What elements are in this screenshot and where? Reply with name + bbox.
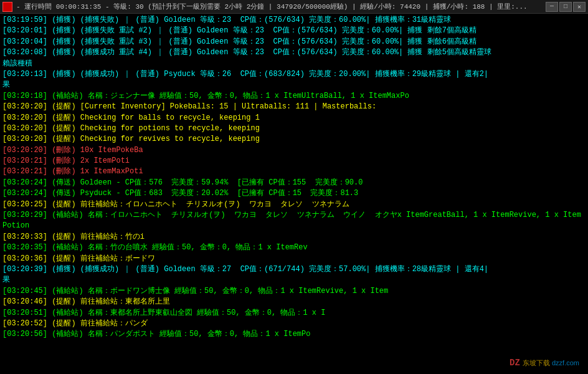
log-line: [03:20:36] (提醒) 前往補給站：ボードワ: [2, 254, 586, 264]
watermark: DZ 东坡下载 dzzf.com: [506, 357, 583, 369]
log-line: [03:20:20] (提醒) [Current Inventory] Poke…: [2, 102, 586, 112]
log-line: 賴該種積: [2, 59, 586, 69]
log-line: [03:20:20] (提醒) Checking for revives to …: [2, 134, 586, 145]
log-line: [03:20:20] (提醒) Checking for balls to re…: [2, 113, 586, 123]
log-line: [03:20:46] (提醒) 前往補給站：東都名所上里: [2, 297, 586, 307]
log-line: [03:20:13] (捕獲) (捕獲成功) ｜ (普通) Psyduck 等級…: [2, 69, 586, 80]
log-line: [03:19:59] (捕獲) (捕獲失敗) ｜ (普通) Goldeen 等級…: [2, 15, 586, 26]
maximize-button[interactable]: □: [559, 2, 572, 12]
log-line: [03:20:25] (提醒) 前往補給站：イロハニホヘト チリヌルオ(ヲ) ワ…: [2, 199, 586, 210]
log-line: [03:20:24] (傳送) Psyduck - CP值：683 完美度：20…: [2, 188, 586, 199]
watermark-site: 东坡下载: [523, 358, 550, 368]
watermark-logo: DZ: [510, 358, 520, 368]
log-line: [03:20:20] (刪除) 10x ItemPokeBa: [2, 145, 586, 156]
main-window: - 運行時間 00:00:31:35 - 等級: 30 (預計升到下一級別需要 …: [0, 0, 588, 374]
log-line: [03:20:39] (捕獲) (捕獲成功) ｜ (普通) Goldeen 等級…: [2, 264, 586, 275]
log-line: [03:20:29] (補給站) 名稱：イロハニホヘト チリヌルオ(ヲ) ワカヨ…: [2, 210, 586, 232]
log-line: [03:20:21] (刪除) 2x ItemPoti: [2, 156, 586, 166]
log-line: [03:20:52] (提醒) 前往補給站：パンダ: [2, 319, 586, 329]
log-line: [03:20:18] (補給站) 名稱：ジェンナー像 經驗值：50, 金幣：0,…: [2, 91, 586, 102]
log-line: [03:20:20] (提醒) Checking for potions to …: [2, 123, 586, 134]
log-line: [03:20:51] (補給站) 名稱：東都名所上野東叡山全図 經驗值：50, …: [2, 308, 586, 319]
log-line: [03:20:01] (捕獲) (捕獲失敗 重試 #2) ｜ (普通) Gold…: [2, 26, 586, 36]
log-line: [03:20:08] (捕獲) (捕獲成功 重試 #4) ｜ (普通) Gold…: [2, 47, 586, 58]
app-icon: [2, 2, 12, 12]
log-line: [03:20:45] (補給站) 名稱：ボードワン博士像 經驗值：50, 金幣：…: [2, 286, 586, 297]
log-line: [03:20:56] (補給站) 名稱：パンダポスト 經驗值：50, 金幣：0,…: [2, 329, 586, 340]
window-controls: ─ □ ✕: [546, 2, 586, 12]
close-button[interactable]: ✕: [573, 2, 586, 12]
title-bar: - 運行時間 00:00:31:35 - 等級: 30 (預計升到下一級別需要 …: [0, 0, 588, 14]
title-bar-text: - 運行時間 00:00:31:35 - 等級: 30 (預計升到下一級別需要 …: [16, 2, 543, 11]
log-line: 果: [2, 80, 586, 90]
log-area: [03:19:59] (捕獲) (捕獲失敗) ｜ (普通) Goldeen 等級…: [0, 14, 588, 374]
log-line: 果: [2, 275, 586, 285]
watermark-domain: dzzf.com: [550, 359, 579, 367]
log-line: [03:20:04] (捕獲) (捕獲失敗 重試 #3) ｜ (普通) Gold…: [2, 37, 586, 47]
minimize-button[interactable]: ─: [546, 2, 558, 12]
log-line: [03:20:21] (刪除) 1x ItemMaxPoti: [2, 166, 586, 177]
log-line: [03:20:35] (補給站) 名稱：竹の台噴水 經驗值：50, 金幣：0, …: [2, 242, 586, 253]
log-line: [03:20:33] (提醒) 前往補給站：竹のi: [2, 232, 586, 242]
log-line: [03:20:24] (傳送) Goldeen - CP值：576 完美度：59…: [2, 178, 586, 188]
